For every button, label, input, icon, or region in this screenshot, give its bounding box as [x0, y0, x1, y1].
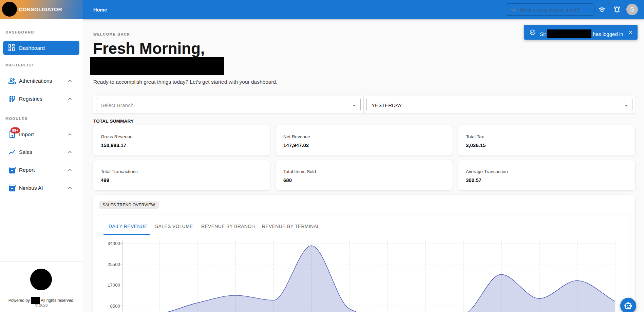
svg-text:8500: 8500 [110, 304, 120, 309]
svg-text:17000: 17000 [108, 283, 120, 288]
svg-text:34000: 34000 [108, 241, 120, 246]
svg-text:25500: 25500 [108, 262, 120, 267]
